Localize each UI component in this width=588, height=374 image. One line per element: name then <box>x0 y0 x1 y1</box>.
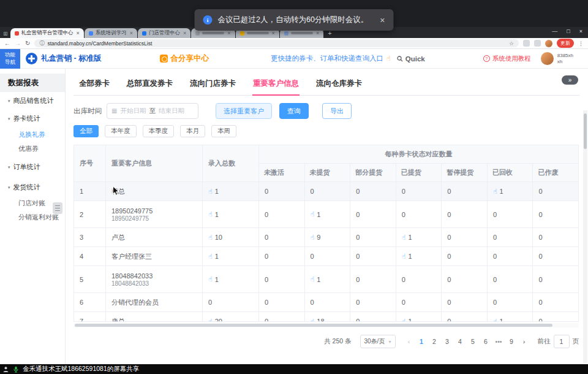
horizontal-scrollbar[interactable] <box>74 323 579 327</box>
table-row[interactable]: 7唐总☝200☝180☝10☝10 <box>74 312 578 321</box>
browser-tab[interactable]: 门店管理中心 × <box>138 28 190 38</box>
minimize-icon[interactable]: — <box>552 29 557 34</box>
table-row[interactable]: 3卢总☝100☝90☝1000 <box>74 228 578 247</box>
cell-status: 0 <box>533 228 578 246</box>
meeting-toast: i 会议已超过2人，自动转为60分钟限时会议。 × <box>194 9 393 31</box>
tab-warehouse-flow-cards[interactable]: 流向仓库券卡 <box>315 76 363 95</box>
share-center-link[interactable]: 合分享中心 <box>160 53 209 64</box>
select-customer-button[interactable]: 选择重要客户 <box>216 103 272 119</box>
search-button[interactable]: 查询 <box>279 103 309 119</box>
menu-kebab-icon[interactable]: ⋮ <box>578 40 584 47</box>
hand-count-icon[interactable]: ☝ <box>402 253 406 260</box>
close-icon[interactable]: × <box>579 29 582 34</box>
sidebar-item-discount-coupon[interactable]: 优惠券 <box>0 142 65 156</box>
sidebar-item-order-stats[interactable]: ▾ 订单统计 <box>0 158 65 176</box>
maximize-icon[interactable]: □ <box>567 29 570 34</box>
sidebar-item-product-sales[interactable]: ▾ 商品销售统计 <box>0 92 65 110</box>
page-size-select[interactable]: 30条/页 ▾ <box>360 335 396 348</box>
scrollbar-thumb[interactable] <box>75 324 552 327</box>
table-row[interactable]: 6分销代理的会员00000000 <box>74 293 578 312</box>
chip-this-month[interactable]: 本月 <box>180 125 205 137</box>
page-number[interactable]: 3 <box>442 338 453 345</box>
reload-icon[interactable]: ↻ <box>25 40 30 47</box>
quick-search-button[interactable]: Quick <box>397 55 425 63</box>
hand-count-icon[interactable]: ☝ <box>208 188 213 195</box>
date-range-input[interactable]: ▦ 开始日期 至 结束日期 <box>107 103 198 119</box>
back-icon[interactable]: ← <box>4 40 10 47</box>
page-number[interactable]: 6 <box>481 338 491 345</box>
cell-total: ☝1 <box>203 182 259 200</box>
quick-entry-link[interactable]: 更快捷的券卡、订单和快递查询入口 <box>271 54 383 63</box>
bookmark-star-icon[interactable]: ☆ <box>509 40 514 47</box>
table-row[interactable]: 51804884203318048842033☝10☝100000 <box>74 266 578 293</box>
hand-count-icon[interactable]: ☝ <box>311 234 315 241</box>
browser-tab-active[interactable]: 礼盒营销平台管理中心 × <box>10 28 84 38</box>
export-button[interactable]: 导出 <box>322 103 352 119</box>
chip-this-quarter[interactable]: 本季度 <box>143 125 175 137</box>
tutorial-link[interactable]: ? 系统使用教程 <box>483 55 531 63</box>
tab-close-icon[interactable]: × <box>183 30 186 36</box>
scrollbar-thumb[interactable] <box>584 113 587 149</box>
chip-this-week[interactable]: 本周 <box>211 125 236 137</box>
hand-count-icon[interactable]: ☝ <box>208 253 213 260</box>
tab-hq-direct-cards[interactable]: 总部直发券卡 <box>126 76 173 95</box>
extension-icon[interactable] <box>534 40 541 47</box>
tab-close-icon[interactable]: × <box>77 30 80 36</box>
page-number[interactable]: 4 <box>455 338 466 345</box>
goto-page-input[interactable]: 1 <box>554 335 570 348</box>
hand-count-icon[interactable]: ☝ <box>311 211 315 218</box>
site-info-icon[interactable]: ⓘ <box>39 40 44 47</box>
page-number[interactable]: 1 <box>417 338 427 345</box>
tab-close-icon[interactable]: × <box>227 30 230 36</box>
tab-close-icon[interactable]: × <box>272 30 275 36</box>
hand-count-icon[interactable]: ☝ <box>311 318 315 322</box>
tab-important-customers[interactable]: 重要客户信息 <box>252 76 300 96</box>
vertical-scrollbar[interactable] <box>583 110 587 363</box>
sidebar-item-card-stats[interactable]: ▾ 券卡统计 <box>0 110 65 128</box>
profile-avatar[interactable] <box>545 40 552 47</box>
address-bar[interactable]: ⓘ standard.maboy.cn/CardMemberStatistics… <box>34 39 519 47</box>
sidebar-drag-handle[interactable] <box>53 202 62 214</box>
hand-count-icon[interactable]: ☝ <box>402 318 406 322</box>
chip-all[interactable]: 全部 <box>74 125 99 137</box>
sidebar-item-shipping-stats[interactable]: ▾ 发货统计 <box>0 178 65 196</box>
next-page-button[interactable]: › <box>519 338 529 345</box>
hand-count-icon[interactable]: ☝ <box>311 276 315 283</box>
hand-count-icon[interactable]: ☝ <box>208 276 213 283</box>
browser-tab[interactable]: 系统培训学习 × <box>85 28 137 38</box>
table-row[interactable]: 4客户经理张三☝1000☝1000 <box>74 247 578 266</box>
tab-close-icon[interactable]: × <box>316 30 319 36</box>
page-number[interactable]: 5 <box>468 338 478 345</box>
hand-count-icon[interactable]: ☝ <box>208 318 213 322</box>
hand-count-icon[interactable]: ☝ <box>493 188 497 195</box>
tab-groups-icon[interactable]: ⊞ <box>3 31 8 37</box>
page-number[interactable]: 2 <box>429 338 440 345</box>
tab-all-cards[interactable]: 全部券卡 <box>78 76 110 95</box>
hand-count-icon[interactable]: ☝ <box>493 318 497 322</box>
group-title: 每种券卡状态对应数量 <box>259 145 578 164</box>
user-avatar[interactable] <box>541 52 554 65</box>
extension-icon[interactable] <box>523 40 530 47</box>
tab-title-placeholder <box>291 32 313 34</box>
update-button[interactable]: 更新 <box>557 39 574 48</box>
page-ellipsis[interactable]: ••• <box>494 338 504 345</box>
toast-close-icon[interactable]: × <box>380 16 385 25</box>
hand-count-icon[interactable]: ☝ <box>208 234 213 241</box>
table-row[interactable]: 21895024977518950249775☝10☝100000 <box>74 201 578 228</box>
chip-this-year[interactable]: 本年度 <box>105 125 137 137</box>
cell-status: 0 <box>259 182 305 200</box>
hand-count-icon[interactable]: ☝ <box>208 211 213 218</box>
cell-seq: 7 <box>74 312 106 321</box>
table-row[interactable]: 1韩总☝100000☝10 <box>74 182 578 201</box>
tab-store-flow-cards[interactable]: 流向门店券卡 <box>189 76 236 95</box>
page-number[interactable]: 9 <box>507 338 517 345</box>
prev-page-button[interactable]: ‹ <box>404 338 414 345</box>
forward-icon[interactable]: → <box>15 40 21 47</box>
sidebar-item-exchange-coupon[interactable]: 兑换礼券 <box>0 128 65 142</box>
nav-toggle-button[interactable]: 功能 导航 <box>0 49 20 69</box>
hand-count-icon[interactable]: ☝ <box>402 234 406 241</box>
cell-value: 1 <box>500 318 503 321</box>
tab-close-icon[interactable]: × <box>130 30 133 36</box>
cell-status: 0 <box>533 266 578 292</box>
collapse-panel-button[interactable]: » <box>562 75 578 85</box>
